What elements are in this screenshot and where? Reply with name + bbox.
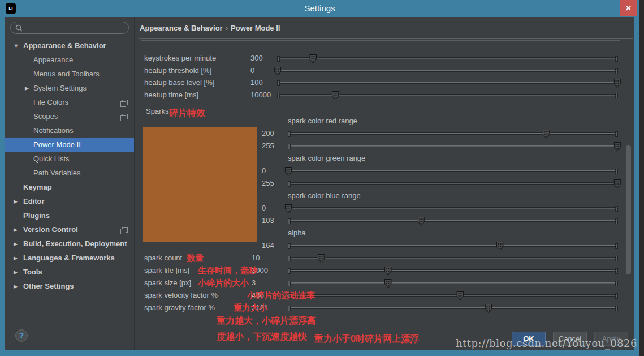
sidebar-item-build-execution-deployment[interactable]: ▶Build, Execution, Deployment — [5, 237, 134, 251]
sidebar-item-label: Plugins — [23, 211, 50, 220]
annotation-red: 小碎片的运动速率 — [247, 290, 315, 301]
setting-label: spark count — [144, 254, 182, 262]
sparks-group-title: Sparks — [144, 107, 171, 115]
chevron-right-icon: ▶ — [25, 85, 29, 91]
slider-keystrokes-per-minute[interactable] — [277, 57, 618, 59]
sidebar-item-appearance[interactable]: Appearance — [5, 53, 134, 67]
sidebar-item-quick-lists[interactable]: Quick Lists — [5, 152, 134, 166]
settings-window: IJ Settings ✕ Appearance & Behavior›Powe… — [0, 0, 644, 356]
setting-label: spark color red range — [288, 117, 357, 125]
setting-label: keystrokes per minute — [144, 54, 216, 62]
sidebar-item-system-settings[interactable]: ▶System Settings — [5, 81, 134, 95]
annotation-red: 重力大小 — [234, 303, 267, 314]
annotation-red: 生存时间，毫秒 — [198, 265, 257, 276]
breadcrumb-parent[interactable]: Appearance & Behavior — [140, 24, 223, 32]
setting-label: heatup time [ms] — [144, 91, 198, 99]
sidebar-item-label: Appearance — [33, 55, 73, 64]
chevron-right-icon: ▶ — [14, 227, 18, 233]
setting-label: spark velocity factor % — [144, 291, 218, 299]
sidebar-item-label: Power Mode II — [33, 140, 81, 149]
annotation-red: 碎片特效 — [169, 108, 205, 119]
setting-value: 3 — [252, 278, 256, 287]
sidebar-item-label: Scopes — [33, 112, 58, 121]
close-button[interactable]: ✕ — [620, 0, 637, 16]
chevron-down-icon: ▼ — [14, 43, 19, 49]
sidebar-item-label: Appearance & Behavior — [23, 41, 106, 50]
annotation-red: 重力越大，小碎片漂浮高 — [217, 315, 316, 327]
sidebar-divider — [134, 17, 135, 350]
sidebar-item-keymap[interactable]: Keymap — [5, 180, 134, 194]
sidebar-item-label: Other Settings — [23, 282, 74, 290]
sidebar-item-editor[interactable]: ▶Editor — [5, 194, 134, 208]
sidebar-item-power-mode-ii[interactable]: Power Mode II — [5, 138, 134, 152]
breadcrumb-current: Power Mode II — [231, 24, 280, 32]
vertical-scrollbar[interactable] — [626, 145, 631, 274]
search-input[interactable] — [25, 23, 127, 34]
slider-spark-life-ms[interactable] — [288, 269, 618, 272]
chevron-right-icon: ▶ — [14, 199, 18, 204]
slider-spark-count[interactable] — [288, 257, 618, 259]
setting-label: heatup threshold [%] — [144, 66, 211, 75]
chevron-right-icon: ▶ — [14, 269, 18, 275]
slider-heatup-time-ms[interactable] — [277, 94, 618, 96]
chevron-right-icon: ▶ — [14, 241, 18, 247]
breadcrumb-separator: › — [223, 24, 231, 32]
slider-spark-size-px[interactable] — [288, 282, 618, 284]
slider-spark-velocity-factor[interactable] — [288, 294, 618, 297]
sidebar-item-notifications[interactable]: Notifications — [5, 123, 134, 138]
window-title: Settings — [0, 3, 639, 13]
slider-spark-color-green-range-1[interactable] — [288, 182, 618, 185]
csdn-watermark: http://blog.csdn.net/Youyou_0826 — [456, 337, 637, 349]
setting-value: 255 — [262, 141, 274, 150]
spark-color-preview — [143, 127, 257, 242]
sidebar-item-appearance-behavior[interactable]: ▼Appearance & Behavior — [5, 38, 134, 53]
slider-spark-color-red-range-0[interactable] — [288, 132, 618, 135]
setting-value: 10 — [252, 254, 260, 262]
slider-heatup-base-level[interactable] — [277, 82, 618, 84]
close-icon: ✕ — [625, 4, 632, 12]
slider-spark-color-red-range-1[interactable] — [288, 145, 618, 147]
window-border-right — [634, 17, 639, 356]
shared-settings-icon — [122, 114, 128, 119]
setting-value: 103 — [262, 216, 274, 225]
setting-value: 0 — [262, 166, 266, 175]
chevron-right-icon: ▶ — [14, 284, 18, 289]
sidebar-item-label: Languages & Frameworks — [23, 254, 115, 262]
settings-search[interactable] — [10, 22, 129, 34]
setting-label: heatup base level [%] — [144, 78, 214, 87]
sidebar-item-label: Version Control — [23, 225, 78, 234]
sidebar-item-languages-frameworks[interactable]: ▶Languages & Frameworks — [5, 251, 134, 265]
sidebar-item-tools[interactable]: ▶Tools — [5, 265, 134, 279]
slider-spark-gravity-factor[interactable] — [288, 307, 618, 309]
sidebar-item-menus-and-toolbars[interactable]: Menus and Toolbars — [5, 67, 134, 81]
sidebar-item-label: Quick Lists — [33, 155, 70, 163]
window-border-left — [0, 17, 5, 356]
slider-spark-color-blue-range-1[interactable] — [288, 220, 618, 222]
sidebar-item-version-control[interactable]: ▶Version Control — [5, 222, 134, 237]
sidebar-item-label: System Settings — [33, 84, 87, 92]
setting-value: 300 — [250, 54, 263, 62]
slider-spark-color-blue-range-0[interactable] — [288, 207, 618, 209]
slider-alpha-0[interactable] — [288, 245, 618, 247]
sidebar-item-scopes[interactable]: Scopes — [5, 109, 134, 123]
sidebar-item-other-settings[interactable]: ▶Other Settings — [5, 279, 134, 293]
sidebar-item-label: Tools — [23, 268, 42, 276]
sidebar-item-label: Menus and Toolbars — [33, 70, 100, 78]
sidebar-item-path-variables[interactable]: Path Variables — [5, 166, 134, 180]
help-button[interactable]: ? — [15, 329, 28, 342]
chevron-right-icon: ▶ — [14, 255, 18, 261]
slider-spark-color-green-range-0[interactable] — [288, 170, 618, 172]
slider-heatup-threshold[interactable] — [277, 70, 618, 72]
setting-label: spark color green range — [288, 154, 365, 162]
setting-label: spark life [ms] — [144, 266, 189, 274]
window-border-bottom — [0, 350, 639, 356]
sidebar-item-file-colors[interactable]: File Colors — [5, 95, 134, 109]
setting-value: 100 — [250, 78, 263, 87]
setting-label: spark gravity factor % — [144, 303, 215, 312]
annotation-red: 数量 — [187, 253, 204, 264]
setting-value: 164 — [262, 241, 274, 250]
sidebar-item-label: Path Variables — [33, 169, 81, 177]
sidebar-item-plugins[interactable]: Plugins — [5, 208, 134, 222]
sidebar-item-label: Editor — [23, 197, 45, 205]
sidebar-item-label: Keymap — [23, 183, 52, 191]
